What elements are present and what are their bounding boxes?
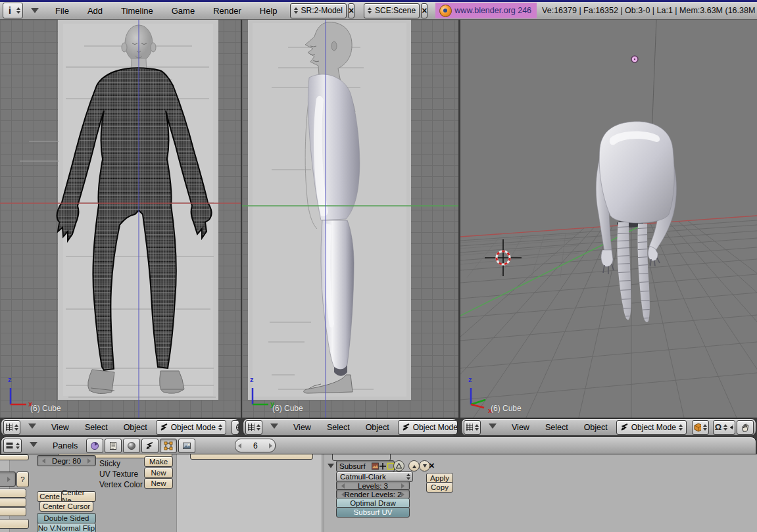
menu-select[interactable]: Select [78,423,115,432]
grid-icon [466,423,473,431]
pan-button[interactable] [737,420,754,435]
empty-panel [176,454,322,532]
editor-type-button[interactable] [245,420,262,435]
menu-object[interactable]: Object [577,423,615,432]
scene-context-button[interactable] [178,439,195,453]
clipped-number-field[interactable] [0,472,16,487]
frame-prev-icon[interactable] [235,443,241,448]
modifier-collapse-icon[interactable] [328,464,334,472]
close-icon: × [349,5,354,16]
apply-label: Apply [430,474,449,482]
menu-game[interactable]: Game [163,6,203,16]
menu-view[interactable]: View [286,423,318,432]
viewport-perspective[interactable]: z x (6) Cube [460,20,757,418]
collapse-triangle-icon[interactable] [30,442,37,451]
clipped-button[interactable] [0,519,29,529]
uv-texture-new-button[interactable]: New [144,468,173,478]
no-vnormal-flip-toggle[interactable]: No V.Normal Flip [37,523,96,532]
menu-object[interactable]: Object [116,423,155,432]
screen-selector[interactable]: SR:2-Model [290,3,347,18]
new-label: New [151,469,166,477]
menu-view[interactable]: View [504,423,537,432]
centre-button[interactable]: Cente [37,491,62,502]
mode-dropdown[interactable]: Object Mode [156,420,226,435]
sticky-make-button[interactable]: Make [144,456,173,467]
logic-context-button[interactable] [86,439,103,453]
object-context-button[interactable] [141,439,159,453]
clipped-button[interactable] [0,489,26,498]
frame-next-icon[interactable] [269,443,275,448]
close-screen-button[interactable]: × [348,3,354,18]
modifier-visibility-icons[interactable] [372,462,394,470]
clipped-button[interactable] [0,498,26,507]
centre-cursor-button[interactable]: Center Cursor [39,501,93,512]
modifier-move-up-button[interactable] [408,460,420,472]
mode-dropdown[interactable]: Object Mode [398,420,458,435]
modifier-delete-button[interactable]: × [429,460,435,471]
draw-type-dropdown[interactable] [692,420,709,435]
globe-button[interactable] [232,420,239,435]
shaded-model-perspective[interactable] [596,122,676,329]
viewport-perspective-header: View Select Object Object Mode Ω [461,418,756,436]
make-label: Make [149,458,168,466]
hand-icon [741,423,750,432]
menu-add[interactable]: Add [79,6,111,16]
blender-version-link[interactable]: www.blender.org 246 [435,3,537,18]
menu-object[interactable]: Object [358,423,397,432]
collapse-triangle-icon[interactable] [31,8,39,17]
menu-render[interactable]: Render [205,6,250,16]
menu-view[interactable]: View [44,423,76,432]
clipped-button[interactable] [0,454,29,460]
screen-selector-value: SR:2-Model [301,6,343,15]
shading-context-button[interactable] [123,439,140,453]
vertex-color-new-button[interactable]: New [144,478,173,489]
degr-value: Degr: 80 [52,457,81,465]
centre-new-button[interactable]: Center Ne [61,491,96,502]
main-header: i File Add Timeline Game Render Help SR:… [0,0,757,20]
chevron-down-icon [423,464,427,470]
double-sided-label: Double Sided [43,514,89,522]
clipped-wide-button[interactable] [190,454,313,460]
editor-type-button[interactable] [3,439,22,453]
menu-select[interactable]: Select [538,423,575,432]
editing-context-button-active[interactable] [160,439,177,453]
subsurf-uv-toggle[interactable]: Subsurf UV [336,507,410,518]
blender-window: i File Add Timeline Game Render Help SR:… [0,0,757,532]
autosmooth-degr-slider[interactable]: Degr: 80 [37,455,96,466]
collapse-triangle-icon[interactable] [28,423,36,433]
globe-icon [235,423,239,432]
menu-file[interactable]: File [47,6,78,16]
scene-selector-value: SCE:Scene [375,6,416,15]
clipped-button[interactable] [0,507,26,516]
close-scene-button[interactable]: × [421,3,427,18]
collapse-triangle-icon[interactable] [270,423,278,433]
buttons-window-header: Panels 6 [1,437,756,454]
copy-modifier-button[interactable]: Copy [426,482,453,493]
modifier-cage-button[interactable] [393,460,404,472]
panels-menu[interactable]: Panels [45,441,85,450]
close-icon: × [429,460,435,471]
lamp-object[interactable] [631,56,638,62]
stepper-icon [723,422,727,433]
frame-number-field[interactable]: 6 [235,439,276,452]
editor-type-button[interactable] [464,420,481,435]
editor-type-button[interactable]: i [3,3,23,18]
optimal-draw-label: Optimal Draw [350,499,396,507]
viewport-front[interactable]: z x (6) Cube [0,20,241,418]
script-context-button[interactable] [105,439,122,453]
scene-selector[interactable]: SCE:Scene [364,3,420,18]
cursor-3d [485,239,522,276]
buttons-window[interactable]: ? Degr: 80 Sticky Make UV Texture New Ve… [0,454,757,532]
menu-select[interactable]: Select [320,423,357,432]
editing-icon [164,441,173,450]
mode-dropdown[interactable]: Object Mode [616,420,687,435]
menu-timeline[interactable]: Timeline [112,6,162,16]
help-button[interactable]: ? [16,472,29,487]
collapse-triangle-icon[interactable] [489,423,497,433]
menu-help[interactable]: Help [251,6,286,16]
editor-type-button[interactable] [3,420,20,435]
viewport-side[interactable]: z y (6) Cube [242,20,458,418]
double-sided-toggle[interactable]: Double Sided [37,513,96,523]
modifier-name-field[interactable]: Subsurf [336,460,395,472]
pivot-dropdown[interactable]: Ω [713,420,735,435]
